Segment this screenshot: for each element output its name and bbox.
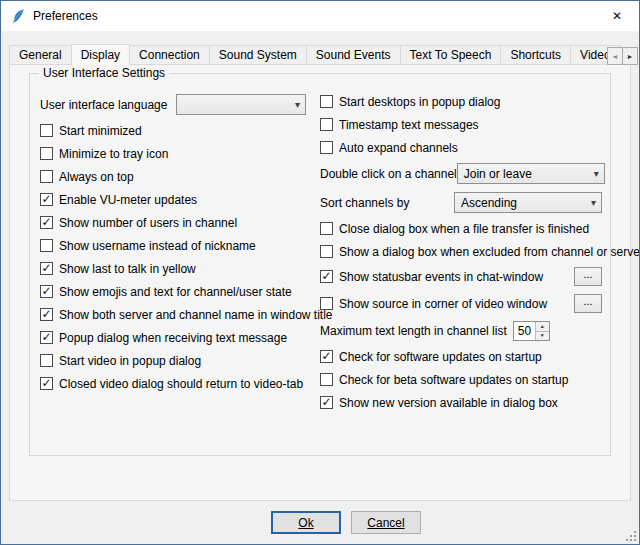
tab-scroll-control: ◄ ► (608, 47, 638, 65)
tab-text-to-speech[interactable]: Text To Speech (400, 45, 502, 65)
more-button-show-statusbar-events-in-chat-window[interactable]: ... (574, 267, 602, 286)
checkbox-start-video-in-popup-dialog[interactable]: ✓Start video in popup dialog (40, 354, 201, 368)
checkbox-check-for-software-updates-on-startup[interactable]: ✓Check for software updates on startup (320, 350, 542, 364)
app-icon (10, 8, 26, 24)
checkbox-show-statusbar-events-in-chat-window[interactable]: ✓Show statusbar events in chat-window (320, 270, 543, 284)
checkbox-start-desktops-in-popup-dialog[interactable]: ✓Start desktops in popup dialog (320, 95, 500, 109)
check-icon: ✓ (321, 396, 331, 408)
checkbox-show-both-server-and-channel-name-in-window-title[interactable]: ✓Show both server and channel name in wi… (40, 308, 333, 322)
checkbox-timestamp-text-messages[interactable]: ✓Timestamp text messages (320, 118, 479, 132)
check-icon: ✓ (41, 193, 51, 205)
checkbox-label: Enable VU-meter updates (59, 193, 197, 207)
checkbox-box[interactable]: ✓ (40, 377, 53, 390)
row-show-both-server-and-channel-name-in-window-title: ✓Show both server and channel name in wi… (40, 307, 306, 322)
checkbox-box[interactable]: ✓ (320, 297, 333, 310)
preferences-window: Preferences ✕ GeneralDisplayConnectionSo… (0, 0, 640, 545)
checkbox-label: Minimize to tray icon (59, 147, 168, 161)
ok-button[interactable]: Ok (271, 511, 341, 534)
checkbox-box[interactable]: ✓ (320, 141, 333, 154)
checkbox-box[interactable]: ✓ (40, 124, 53, 137)
checkbox-label: Start minimized (59, 124, 142, 138)
checkbox-show-new-version-available-in-dialog-box[interactable]: ✓Show new version available in dialog bo… (320, 396, 558, 410)
checkbox-show-a-dialog-box-when-excluded-from-channel-or-server[interactable]: ✓Show a dialog box when excluded from ch… (320, 245, 640, 259)
check-icon: ✓ (321, 350, 331, 362)
spinner-value[interactable]: 50 (514, 322, 535, 340)
checkbox-box[interactable]: ✓ (40, 262, 53, 275)
checkbox-popup-dialog-when-receiving-text-message[interactable]: ✓Popup dialog when receiving text messag… (40, 331, 287, 345)
close-icon[interactable]: ✕ (595, 1, 639, 31)
checkbox-box[interactable]: ✓ (40, 216, 53, 229)
checkbox-show-last-to-talk-in-yellow[interactable]: ✓Show last to talk in yellow (40, 262, 196, 276)
checkbox-close-dialog-box-when-a-file-transfer-is-finished[interactable]: ✓Close dialog box when a file transfer i… (320, 222, 589, 236)
checkbox-box[interactable]: ✓ (40, 308, 53, 321)
spin-down-icon[interactable]: ▼ (536, 332, 549, 341)
button-bar: Ok Cancel (1, 511, 639, 534)
checkbox-label: Popup dialog when receiving text message (59, 331, 287, 345)
dropdown-user-interface-language[interactable]: ▾ (176, 94, 306, 115)
checkbox-box[interactable]: ✓ (40, 331, 53, 344)
checkbox-label: Show username instead of nickname (59, 239, 256, 253)
checkbox-box[interactable]: ✓ (320, 270, 333, 283)
check-icon: ✓ (41, 285, 51, 297)
checkbox-box[interactable]: ✓ (40, 239, 53, 252)
checkbox-closed-video-dialog-should-return-to-video-tab[interactable]: ✓Closed video dialog should return to vi… (40, 377, 303, 391)
resize-grip[interactable] (634, 539, 636, 541)
group-title: User Interface Settings (39, 66, 169, 80)
left-column: User interface language▾✓Start minimized… (40, 94, 306, 418)
tab-shortcuts[interactable]: Shortcuts (500, 45, 571, 65)
checkbox-label: Show emojis and text for channel/user st… (59, 285, 292, 299)
checkbox-box[interactable]: ✓ (40, 354, 53, 367)
checkbox-show-emojis-and-text-for-channel-user-state[interactable]: ✓Show emojis and text for channel/user s… (40, 285, 292, 299)
checkbox-box[interactable]: ✓ (40, 193, 53, 206)
dropdown-sort-channels-by[interactable]: Ascending▾ (454, 192, 602, 213)
checkbox-label: Check for software updates on startup (339, 350, 542, 364)
checkbox-start-minimized[interactable]: ✓Start minimized (40, 124, 142, 138)
row-popup-dialog-when-receiving-text-message: ✓Popup dialog when receiving text messag… (40, 330, 306, 345)
row-show-last-to-talk-in-yellow: ✓Show last to talk in yellow (40, 261, 306, 276)
checkbox-box[interactable]: ✓ (40, 285, 53, 298)
tab-display[interactable]: Display (71, 44, 130, 65)
checkbox-box[interactable]: ✓ (320, 222, 333, 235)
title-bar[interactable]: Preferences ✕ (1, 1, 639, 31)
row-show-statusbar-events-in-chat-window: ✓Show statusbar events in chat-window... (320, 267, 602, 286)
checkbox-box[interactable]: ✓ (320, 350, 333, 363)
tab-sound-events[interactable]: Sound Events (306, 45, 401, 65)
checkbox-show-number-of-users-in-channel[interactable]: ✓Show number of users in channel (40, 216, 237, 230)
chevron-down-icon: ▾ (594, 169, 599, 179)
checkbox-show-source-in-corner-of-video-window[interactable]: ✓Show source in corner of video window (320, 297, 547, 311)
checkbox-minimize-to-tray-icon[interactable]: ✓Minimize to tray icon (40, 147, 168, 161)
row-sort-channels-by: Sort channels byAscending▾ (320, 192, 602, 213)
chevron-down-icon: ▾ (295, 100, 300, 110)
checkbox-always-on-top[interactable]: ✓Always on top (40, 170, 134, 184)
checkbox-label: Auto expand channels (339, 141, 458, 155)
spinner-maximum-text-length-in-channel-list[interactable]: 50▲▼ (513, 321, 550, 341)
dropdown-double-click-on-a-channel[interactable]: Join or leave▾ (457, 163, 605, 184)
dropdown-value: Join or leave (464, 167, 532, 181)
tab-scroll-right-icon[interactable]: ► (622, 47, 638, 65)
checkbox-box[interactable]: ✓ (320, 373, 333, 386)
check-icon: ✓ (41, 216, 51, 228)
checkbox-box[interactable]: ✓ (320, 245, 333, 258)
checkbox-check-for-beta-software-updates-on-startup[interactable]: ✓Check for beta software updates on star… (320, 373, 568, 387)
spin-up-icon[interactable]: ▲ (536, 322, 549, 332)
checkbox-box[interactable]: ✓ (40, 147, 53, 160)
checkbox-box[interactable]: ✓ (320, 396, 333, 409)
checkbox-box[interactable]: ✓ (40, 170, 53, 183)
checkbox-enable-vu-meter-updates[interactable]: ✓Enable VU-meter updates (40, 193, 197, 207)
tab-connection[interactable]: Connection (129, 45, 210, 65)
cancel-button[interactable]: Cancel (351, 511, 421, 534)
tab-sound-system[interactable]: Sound System (209, 45, 307, 65)
checkbox-label: Always on top (59, 170, 134, 184)
checkbox-box[interactable]: ✓ (320, 95, 333, 108)
checkbox-label: Show source in corner of video window (339, 297, 547, 311)
tab-general[interactable]: General (9, 45, 72, 65)
more-button-show-source-in-corner-of-video-window[interactable]: ... (574, 294, 602, 313)
checkbox-label: Show new version available in dialog box (339, 396, 558, 410)
row-check-for-beta-software-updates-on-startup: ✓Check for beta software updates on star… (320, 372, 602, 387)
checkbox-box[interactable]: ✓ (320, 118, 333, 131)
checkbox-auto-expand-channels[interactable]: ✓Auto expand channels (320, 141, 458, 155)
checkbox-show-username-instead-of-nickname[interactable]: ✓Show username instead of nickname (40, 239, 256, 253)
checkbox-label: Timestamp text messages (339, 118, 479, 132)
tab-scroll-left-icon[interactable]: ◄ (607, 47, 623, 65)
checkbox-label: Closed video dialog should return to vid… (59, 377, 303, 391)
